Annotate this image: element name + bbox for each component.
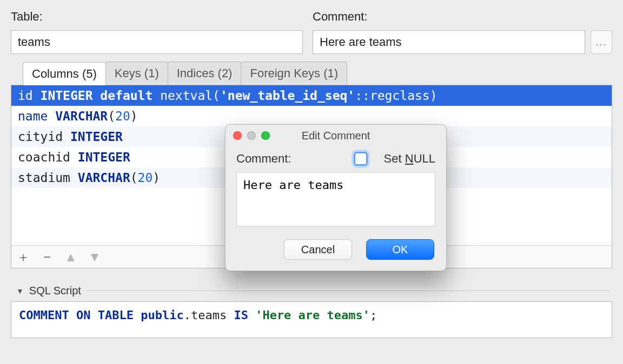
sql-script[interactable]: COMMENT ON TABLE public.teams IS 'Here a… xyxy=(11,301,612,338)
comment-label: Comment: xyxy=(313,10,612,24)
edit-comment-dialog: Edit Comment Comment: Set NULL Cancel OK xyxy=(225,124,447,271)
tabs: Columns (5) Keys (1) Indices (2) Foreign… xyxy=(23,62,623,85)
table-name-input[interactable] xyxy=(11,30,303,54)
comment-more-button[interactable]: ... xyxy=(591,30,612,54)
sql-section-label: SQL Script xyxy=(29,285,81,297)
divider xyxy=(87,291,610,291)
move-up-icon[interactable]: ▲ xyxy=(64,251,77,264)
dialog-comment-textarea[interactable] xyxy=(236,172,435,226)
minimize-icon xyxy=(247,131,256,140)
tab-keys[interactable]: Keys (1) xyxy=(105,62,168,85)
set-null-label: Set NULL xyxy=(384,152,435,166)
dialog-comment-label: Comment: xyxy=(236,152,291,166)
set-null-checkbox[interactable] xyxy=(354,152,368,166)
remove-icon[interactable]: − xyxy=(41,251,54,264)
column-row[interactable]: name VARCHAR(20) xyxy=(11,106,612,126)
add-icon[interactable]: ＋ xyxy=(17,251,30,264)
comment-input[interactable] xyxy=(313,30,585,54)
tab-foreign-keys[interactable]: Foreign Keys (1) xyxy=(241,62,347,85)
move-down-icon[interactable]: ▼ xyxy=(88,251,101,264)
ok-button[interactable]: OK xyxy=(366,239,434,260)
zoom-icon[interactable] xyxy=(261,131,270,140)
table-label: Table: xyxy=(11,10,303,24)
close-icon[interactable] xyxy=(233,131,242,140)
disclosure-icon[interactable]: ▼ xyxy=(16,287,24,295)
tab-columns[interactable]: Columns (5) xyxy=(23,62,106,85)
tab-indices[interactable]: Indices (2) xyxy=(168,62,242,85)
column-row[interactable]: id INTEGER default nextval('new_table_id… xyxy=(11,85,612,106)
cancel-button[interactable]: Cancel xyxy=(284,239,352,260)
